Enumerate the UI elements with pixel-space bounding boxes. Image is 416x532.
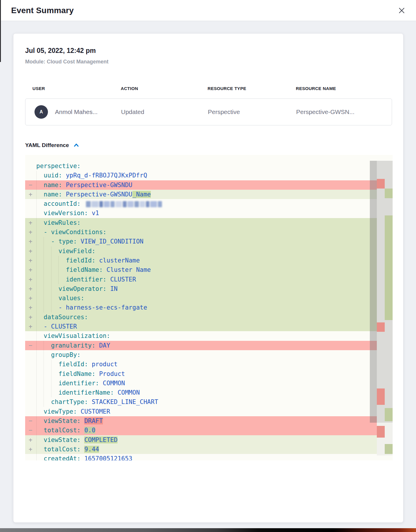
diff-line: +identifier: CLUSTER — [25, 275, 377, 284]
column-user: USER — [25, 86, 121, 91]
minimap-deletion-mark — [377, 322, 385, 332]
diff-line: +- CLUSTER — [25, 322, 377, 331]
avatar: A — [34, 105, 48, 119]
background-page-strip — [0, 528, 416, 532]
diff-line: viewType: CUSTOMER — [25, 407, 377, 416]
diff-line: +fieldName: Cluster Name — [25, 265, 377, 274]
redacted-value — [86, 201, 162, 207]
yaml-difference-label: YAML Difference — [25, 142, 69, 148]
minimap-deletion-mark — [377, 426, 385, 438]
diff-line: chartType: STACKED_LINE_CHART — [25, 397, 377, 407]
chevron-up-icon — [73, 141, 80, 149]
modal-header: Event Summary — [0, 0, 416, 21]
scrollbar-thumb[interactable] — [370, 161, 377, 423]
diff-line: +- harness-se-ecs-fargate — [25, 303, 377, 312]
diff-line: −viewState: DRAFT — [25, 416, 377, 426]
column-resource-type: RESOURCE TYPE — [208, 86, 296, 91]
yaml-diff-lines: perspective: uuid: ypRq_d-fRBOJ7QJKxPDfr… — [25, 161, 377, 460]
minimap-deletion-mark — [377, 388, 385, 405]
audit-table-header: USER ACTION RESOURCE TYPE RESOURCE NAME — [25, 86, 392, 91]
diff-line: fieldName: Product — [25, 369, 377, 379]
resource-name-value: Perspective-GWSN... — [296, 108, 392, 115]
diff-line: +- type: VIEW_ID_CONDITION — [25, 237, 377, 246]
user-name: Anmol Mahes... — [55, 108, 98, 115]
resource-type-value: Perspective — [208, 108, 296, 115]
column-resource-name: RESOURCE NAME — [296, 86, 392, 91]
action-value: Updated — [121, 108, 208, 115]
diff-line: +name: Perspective-GWSNDU_Name — [25, 190, 377, 199]
diff-line: uuid: ypRq_d-fRBOJ7QJKxPDfrQ — [25, 171, 377, 180]
diff-line: +viewRules: — [25, 218, 377, 227]
diff-line: +viewState: COMPLETED — [25, 435, 377, 445]
diff-line: −name: Perspective-GWSNDU — [25, 180, 377, 190]
close-icon — [398, 7, 405, 14]
event-summary-card: Jul 05, 2022, 12:42 pm Module: Cloud Cos… — [13, 33, 403, 523]
diff-line: viewVisualization: — [25, 331, 377, 341]
diff-line: perspective: — [25, 161, 377, 171]
page-title: Event Summary — [11, 6, 74, 15]
diff-line: +fieldId: clusterName — [25, 256, 377, 265]
event-module: Module: Cloud Cost Management — [25, 59, 392, 65]
audit-table-row: A Anmol Mahes... Updated Perspective Per… — [25, 99, 392, 125]
diff-line: +totalCost: 9.44 — [25, 445, 377, 454]
column-action: ACTION — [121, 86, 208, 91]
yaml-diff-viewer[interactable]: perspective: uuid: ypRq_d-fRBOJ7QJKxPDfr… — [25, 155, 393, 460]
diff-line: groupBy: — [25, 350, 377, 360]
yaml-difference-header: YAML Difference — [25, 141, 392, 149]
minimap-addition-mark — [385, 189, 393, 198]
diff-line: viewVersion: v1 — [25, 208, 377, 218]
diff-line: +dataSources: — [25, 312, 377, 322]
event-timestamp: Jul 05, 2022, 12:42 pm — [25, 47, 392, 55]
diff-line: −granularity: DAY — [25, 341, 377, 350]
diff-line: identifier: COMMON — [25, 379, 377, 388]
minimap-addition-mark — [385, 215, 393, 320]
diff-line: +values: — [25, 293, 377, 303]
diff-line: +viewOperator: IN — [25, 284, 377, 293]
diff-line: −totalCost: 0.0 — [25, 426, 377, 435]
minimap-addition-mark — [385, 444, 393, 454]
collapse-toggle[interactable] — [73, 141, 80, 149]
diff-line: identifierName: COMMON — [25, 388, 377, 397]
close-button[interactable] — [397, 6, 406, 15]
minimap-addition-mark — [385, 408, 393, 421]
diff-line: fieldId: product — [25, 360, 377, 369]
drawer-edge — [0, 0, 1, 62]
user-cell: A Anmol Mahes... — [25, 105, 121, 119]
diff-line: +viewField: — [25, 246, 377, 256]
minimap-deletion-mark — [377, 179, 385, 189]
diff-line: createdAt: 1657005121653 — [25, 454, 377, 460]
diff-line: accountId: — [25, 199, 377, 208]
diff-line: +- viewConditions: — [25, 227, 377, 237]
